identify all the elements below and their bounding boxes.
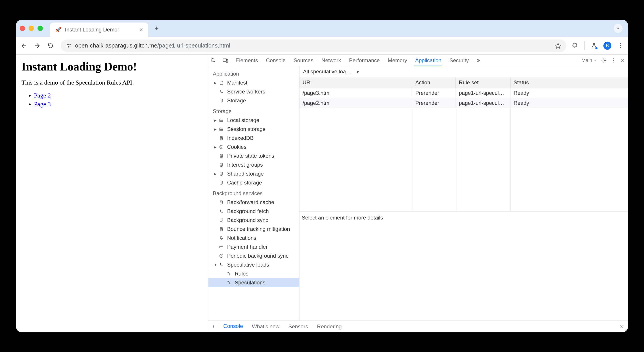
sidebar-item[interactable]: Speculations <box>208 278 299 287</box>
puzzle-icon <box>572 43 578 49</box>
reload-icon <box>47 43 54 49</box>
sidebar-item[interactable]: Back/forward cache <box>208 198 299 207</box>
sidebar-item[interactable]: Interest groups <box>208 160 299 169</box>
sidebar-item-label: Cookies <box>227 144 246 150</box>
sidebar-item[interactable]: Cache storage <box>208 178 299 187</box>
sidebar-item[interactable]: Payment handler <box>208 243 299 251</box>
drawer-tab-rendering[interactable]: Rendering <box>316 321 342 332</box>
address-bar[interactable]: open-chalk-asparagus.glitch.me/page1-url… <box>61 39 566 52</box>
filter-dropdown[interactable]: All speculative loa… ▼ <box>303 68 360 75</box>
content-area: Instant Loading Demo! This is a demo of … <box>16 55 628 332</box>
target-selector[interactable]: Main <box>582 57 597 63</box>
sidebar-item[interactable]: Periodic background sync <box>208 251 299 260</box>
sidebar-item[interactable]: IndexedDB <box>208 134 299 143</box>
rocket-icon: 🚀 <box>56 27 62 32</box>
tab-sources[interactable]: Sources <box>293 55 314 66</box>
tabs-overflow-button[interactable] <box>614 24 622 33</box>
site-settings-icon[interactable] <box>66 43 72 48</box>
table-row[interactable]: /page3.htmlPrerenderpage1-url-specul…Rea… <box>300 88 628 98</box>
sidebar-item[interactable]: ▶Cookies <box>208 143 299 151</box>
sidebar-item-label: Notifications <box>227 235 256 241</box>
close-window-button[interactable] <box>20 26 25 31</box>
close-tab-icon[interactable]: × <box>139 26 143 33</box>
forward-button[interactable] <box>34 42 42 49</box>
db-icon <box>219 136 225 140</box>
sidebar-item[interactable]: ▶Shared storage <box>208 169 299 178</box>
browser-toolbar: open-chalk-asparagus.glitch.me/page1-url… <box>16 37 628 55</box>
list-item: Page 3 <box>34 100 203 108</box>
cell-status: Ready <box>510 88 628 98</box>
sidebar-item-label: Private state tokens <box>227 153 274 159</box>
tab-console[interactable]: Console <box>265 55 286 66</box>
extensions-button[interactable] <box>572 43 578 49</box>
tab-application[interactable]: Application <box>414 55 442 66</box>
back-button[interactable] <box>20 42 28 49</box>
page-link[interactable]: Page 3 <box>34 101 51 107</box>
col-url[interactable]: URL <box>300 77 412 88</box>
drawer-tab-console[interactable]: Console <box>223 320 244 332</box>
sidebar-item[interactable]: Background sync <box>208 216 299 225</box>
drawer-close-button[interactable] <box>620 324 624 329</box>
new-tab-button[interactable]: + <box>154 24 159 32</box>
devtools-menu-button[interactable]: ⋮ <box>611 57 616 63</box>
sidebar-item[interactable]: Background fetch <box>208 207 299 216</box>
star-icon <box>555 43 561 49</box>
sidebar-item[interactable]: ▶Session storage <box>208 125 299 134</box>
profile-avatar[interactable]: B <box>603 42 612 50</box>
bookmark-button[interactable] <box>555 43 561 49</box>
cell-action: Prerender <box>412 98 456 108</box>
experiments-button[interactable] <box>591 43 597 49</box>
tab-elements[interactable]: Elements <box>235 55 259 66</box>
detail-hint: Select an element for more details <box>300 211 628 321</box>
svg-point-1 <box>68 46 69 47</box>
tab-performance[interactable]: Performance <box>348 55 380 66</box>
chevron-down-icon <box>616 26 620 30</box>
browser-tab[interactable]: 🚀 Instant Loading Demo! × <box>50 22 148 37</box>
reload-button[interactable] <box>47 43 56 49</box>
sidebar-item[interactable]: Bounce tracking mitigation <box>208 225 299 234</box>
tab-network[interactable]: Network <box>320 55 342 66</box>
svg-point-12 <box>220 145 223 149</box>
chevron-right-icon: ▶ <box>214 127 217 131</box>
svg-rect-4 <box>226 59 228 62</box>
chevron-right-icon: ▶ <box>214 172 217 176</box>
more-tabs-button[interactable] <box>476 58 481 63</box>
sidebar-item[interactable]: Notifications <box>208 234 299 243</box>
col-ruleset[interactable]: Rule set <box>456 77 510 88</box>
page-link[interactable]: Page 2 <box>34 92 51 99</box>
cell-action: Prerender <box>412 88 456 98</box>
sidebar-item[interactable]: Rules <box>208 269 299 278</box>
devtools-settings-button[interactable] <box>601 58 606 63</box>
browser-menu-button[interactable]: ⋮ <box>618 42 624 49</box>
sidebar-item[interactable]: Private state tokens <box>208 151 299 160</box>
sidebar-item[interactable]: ▼Speculative loads <box>208 260 299 269</box>
devtools-close-button[interactable] <box>620 58 625 63</box>
sidebar-item-label: Bounce tracking mitigation <box>227 226 290 232</box>
table-row[interactable]: /page2.htmlPrerenderpage1-url-specul…Rea… <box>300 98 628 108</box>
drawer-menu-button[interactable]: ⋮ <box>212 325 215 328</box>
page-heading: Instant Loading Demo! <box>22 60 203 73</box>
svg-point-20 <box>220 201 223 202</box>
tab-memory[interactable]: Memory <box>387 55 408 66</box>
inspect-element-button[interactable] <box>211 58 216 63</box>
chevron-down-icon: ▼ <box>214 263 217 267</box>
sidebar-item[interactable]: Service workers <box>208 87 299 96</box>
drawer-tab-whatsnew[interactable]: What's new <box>252 321 280 332</box>
sidebar-item[interactable]: ▶Manifest <box>208 78 299 87</box>
device-toolbar-button[interactable] <box>223 57 228 63</box>
drawer-tab-sensors[interactable]: Sensors <box>288 321 308 332</box>
sidebar-item-label: Local storage <box>227 117 259 123</box>
col-action[interactable]: Action <box>412 77 456 88</box>
devices-icon <box>223 57 228 63</box>
application-main: All speculative loa… ▼ URL Action Rule s… <box>300 66 628 321</box>
rendered-page: Instant Loading Demo! This is a demo of … <box>16 55 208 332</box>
table-header-row: URL Action Rule set Status <box>300 77 628 88</box>
sidebar-item[interactable]: Storage <box>208 96 299 105</box>
minimize-window-button[interactable] <box>28 26 34 31</box>
sync-icon <box>219 218 225 222</box>
sidebar-item-label: Storage <box>227 97 246 104</box>
tab-security[interactable]: Security <box>448 55 470 66</box>
col-status[interactable]: Status <box>510 77 628 88</box>
sidebar-item[interactable]: ▶Local storage <box>208 116 299 125</box>
maximize-window-button[interactable] <box>38 26 43 31</box>
